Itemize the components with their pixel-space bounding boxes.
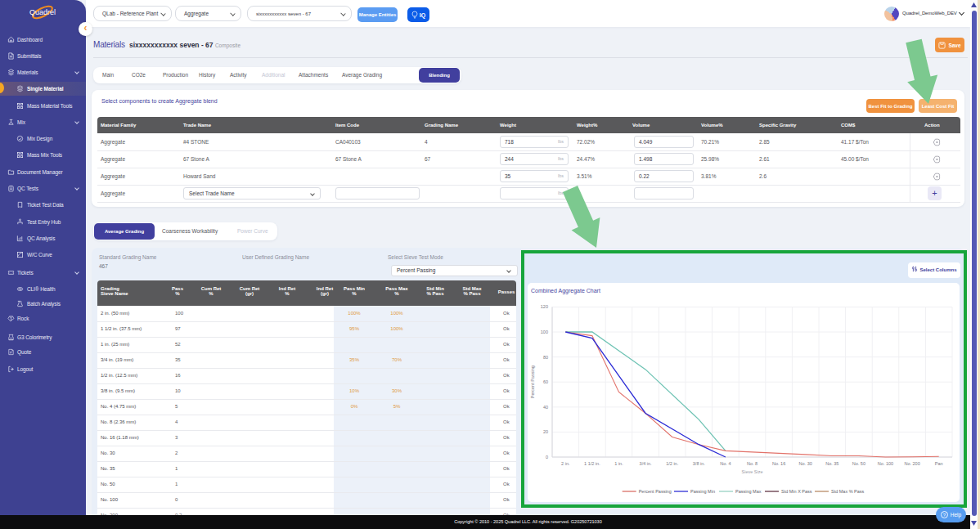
svg-text:No. 4: No. 4 — [720, 461, 731, 466]
svg-text:No. 100: No. 100 — [878, 461, 893, 466]
svg-text:No. 16: No. 16 — [772, 461, 785, 466]
svg-text:1 in.: 1 in. — [614, 461, 623, 466]
svg-text:Passing Min: Passing Min — [690, 489, 715, 494]
svg-text:No. 30: No. 30 — [799, 461, 812, 466]
svg-text:1/2 in.: 1/2 in. — [666, 461, 678, 466]
svg-text:No. 35: No. 35 — [825, 461, 838, 466]
svg-text:80: 80 — [543, 355, 548, 360]
svg-text:20: 20 — [543, 429, 548, 434]
svg-text:Std Max % Pass: Std Max % Pass — [831, 489, 865, 494]
svg-text:2 in.: 2 in. — [561, 461, 570, 466]
svg-text:No. 200: No. 200 — [904, 461, 919, 466]
svg-text:40: 40 — [543, 405, 548, 410]
svg-text:Pan: Pan — [935, 461, 943, 466]
svg-text:No. 50: No. 50 — [852, 461, 865, 466]
svg-text:Passing Max: Passing Max — [735, 489, 762, 494]
svg-text:1 1/2 in.: 1 1/2 in. — [584, 461, 600, 466]
svg-text:Std Min X Pass: Std Min X Pass — [781, 489, 812, 494]
svg-text:Quadrel: Quadrel — [29, 8, 56, 16]
svg-text:120: 120 — [541, 304, 548, 309]
svg-text:3/8 in.: 3/8 in. — [693, 461, 705, 466]
svg-text:Percent Passing: Percent Passing — [639, 489, 672, 494]
svg-text:Percent Passing: Percent Passing — [530, 365, 535, 398]
svg-text:3/4 in.: 3/4 in. — [640, 461, 652, 466]
svg-text:100: 100 — [541, 330, 548, 334]
svg-text:No. 8: No. 8 — [747, 461, 757, 466]
svg-text:60: 60 — [543, 379, 548, 384]
svg-text:0: 0 — [546, 455, 548, 460]
svg-text:Sieve Size: Sieve Size — [742, 469, 763, 474]
